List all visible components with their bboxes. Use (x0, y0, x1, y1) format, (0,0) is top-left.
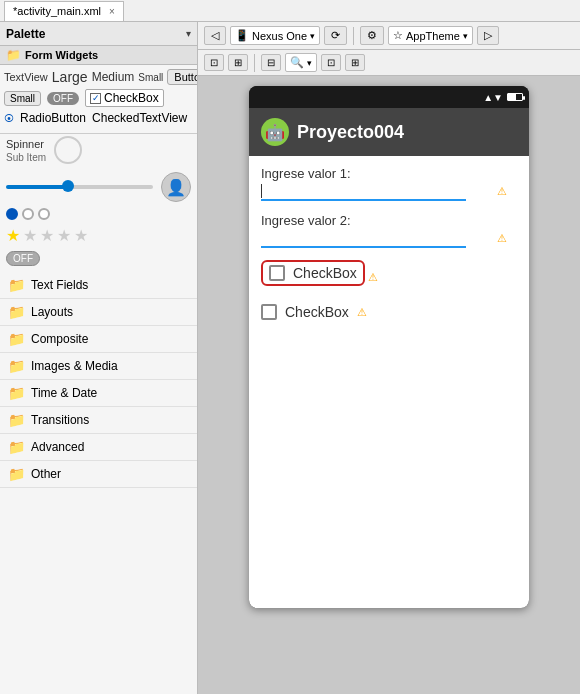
tab-close-icon[interactable]: × (109, 6, 115, 17)
tab-activity-main[interactable]: *activity_main.xml × (4, 1, 124, 21)
slider-area: 👤 (0, 170, 197, 206)
avatar-widget: 👤 (161, 172, 191, 202)
checkbox-palette-label: CheckBox (104, 91, 159, 105)
field2-input-wrapper: ⚠ (261, 230, 517, 248)
palette-dropdown-icon[interactable]: ▾ (186, 28, 191, 39)
checkbox2-label: CheckBox (285, 304, 349, 320)
checkbox1-warning: ⚠ (368, 271, 378, 283)
tab-label: *activity_main.xml (13, 5, 101, 17)
checkbox1-highlighted: CheckBox (261, 260, 365, 286)
star-1: ★ (6, 226, 20, 245)
composite-label: Composite (31, 332, 88, 346)
layout-btn-1[interactable]: ⊡ (204, 54, 224, 71)
radio-circle-empty-2 (38, 208, 50, 220)
button-widget[interactable]: Button (167, 69, 198, 85)
checkbox2-box[interactable] (261, 304, 277, 320)
field1-input[interactable] (261, 183, 466, 201)
checkbox1-box[interactable] (269, 265, 285, 281)
textview-widget[interactable]: TextView (4, 71, 48, 83)
small-widget[interactable]: Small (138, 72, 163, 83)
rotate-btn[interactable]: ⟳ (324, 26, 347, 45)
palette-title: Palette (6, 27, 45, 41)
transitions-label: Transitions (31, 413, 89, 427)
field1-warning-icon: ⚠ (497, 185, 507, 198)
right-panel: ◁ 📱 Nexus One ▾ ⟳ ⚙ ☆ AppTheme ▾ ▷ ⊡ ⊞ ⊟… (198, 22, 580, 694)
category-layouts[interactable]: 📁 Layouts (0, 299, 197, 326)
advanced-folder-icon: 📁 (8, 439, 25, 455)
fit-btn[interactable]: ⊡ (321, 54, 341, 71)
device-selector[interactable]: 📱 Nexus One ▾ (230, 26, 320, 45)
star-theme-icon: ☆ (393, 29, 403, 42)
other-folder-icon: 📁 (8, 466, 25, 482)
checkbox2-row: CheckBox ⚠ (261, 300, 517, 324)
category-advanced[interactable]: 📁 Advanced (0, 434, 197, 461)
expand-btn[interactable]: ⊞ (345, 54, 365, 71)
field2-input[interactable] (261, 230, 466, 248)
category-other[interactable]: 📁 Other (0, 461, 197, 488)
radio-circle-filled (6, 208, 18, 220)
checkbox-check-icon: ✓ (90, 93, 101, 104)
theme-settings-btn[interactable]: ⚙ (360, 26, 384, 45)
star-2: ★ (23, 226, 37, 245)
android-status-bar: ▲▼ (249, 86, 529, 108)
layout-btn-2[interactable]: ⊞ (228, 54, 248, 71)
android-content: 🤖 Proyecto004 Ingrese valor 1: ⚠ (249, 108, 529, 608)
radio-circle-empty-1 (22, 208, 34, 220)
android-app-title: Proyecto004 (297, 122, 404, 143)
toggle-widget[interactable]: OFF (47, 92, 79, 105)
toggle-track-widget[interactable]: OFF (6, 251, 40, 266)
checkedtextview-label: CheckedTextView (92, 111, 187, 125)
category-composite[interactable]: 📁 Composite (0, 326, 197, 353)
android-title-bar: 🤖 Proyecto004 (249, 108, 529, 156)
widget-row-controls: Small OFF ✓ CheckBox (4, 89, 193, 107)
zoom-arrow: ▾ (307, 58, 312, 68)
advanced-label: Advanced (31, 440, 84, 454)
field2-label: Ingrese valor 2: (261, 213, 517, 228)
radiobutton-label: RadioButton (20, 111, 86, 125)
category-images-media[interactable]: 📁 Images & Media (0, 353, 197, 380)
field1-label: Ingrese valor 1: (261, 166, 517, 181)
form-widgets-folder-icon: 📁 (6, 48, 21, 62)
large-widget[interactable]: Large (52, 69, 88, 85)
radiobutton-widget[interactable]: ⦿ (4, 113, 14, 124)
device-dropdown-arrow: ▾ (310, 31, 315, 41)
category-text-fields[interactable]: 📁 Text Fields (0, 272, 197, 299)
category-time-date[interactable]: 📁 Time & Date (0, 380, 197, 407)
time-date-folder-icon: 📁 (8, 385, 25, 401)
spinner-widget-area: Spinner Sub Item (0, 134, 197, 166)
form-widgets-label: Form Widgets (25, 49, 98, 61)
text-fields-folder-icon: 📁 (8, 277, 25, 293)
widget-row-text: TextView Large Medium Small Button (4, 69, 193, 85)
android-preview-area: ▲▼ 🤖 Proyecto004 I (198, 76, 580, 694)
nav-back-btn[interactable]: ◁ (204, 26, 226, 45)
toggle-row: OFF (0, 249, 197, 272)
zoom-selector[interactable]: 🔍 ▾ (285, 53, 317, 72)
spinner-circle-icon (54, 136, 82, 164)
signal-icon: ▲▼ (483, 92, 503, 103)
checkbox2-warning: ⚠ (357, 306, 367, 319)
medium-widget[interactable]: Medium (92, 70, 135, 84)
field2-warning-icon: ⚠ (497, 232, 507, 245)
more-options-btn[interactable]: ▷ (477, 26, 499, 45)
category-transitions[interactable]: 📁 Transitions (0, 407, 197, 434)
theme-dropdown-arrow: ▾ (463, 31, 468, 41)
zoom-icon: 🔍 (290, 56, 304, 69)
small-btn-widget[interactable]: Small (4, 91, 41, 106)
rating-stars-area: ★ ★ ★ ★ ★ (0, 224, 197, 249)
layouts-folder-icon: 📁 (8, 304, 25, 320)
slider-widget[interactable] (6, 185, 153, 189)
star-4: ★ (57, 226, 71, 245)
theme-selector[interactable]: ☆ AppTheme ▾ (388, 26, 473, 45)
text-cursor (261, 184, 262, 198)
tab-bar: *activity_main.xml × (0, 0, 580, 22)
main-toolbar: ◁ 📱 Nexus One ▾ ⟳ ⚙ ☆ AppTheme ▾ ▷ (198, 22, 580, 50)
category-list: 📁 Text Fields 📁 Layouts 📁 Composite 📁 Im… (0, 272, 197, 694)
other-label: Other (31, 467, 61, 481)
slider-thumb (62, 180, 74, 192)
palette-header: Palette ▾ (0, 22, 197, 46)
images-media-label: Images & Media (31, 359, 118, 373)
time-date-label: Time & Date (31, 386, 97, 400)
composite-folder-icon: 📁 (8, 331, 25, 347)
grid-btn[interactable]: ⊟ (261, 54, 281, 71)
checkbox-palette-item[interactable]: ✓ CheckBox (85, 89, 164, 107)
